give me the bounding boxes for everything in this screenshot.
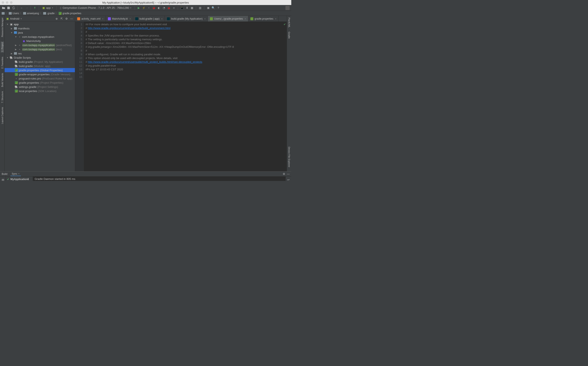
tree-main-activity[interactable]: ◉MainActivity [5,39,75,43]
build-sync-tab[interactable]: Sync × [10,172,21,176]
run-config-dropdown[interactable]: ▣ app ▾ [41,6,54,10]
sync-icon[interactable] [12,6,15,10]
minimize-window[interactable] [6,1,8,4]
code-content[interactable]: ## For more details on how to configure … [84,22,287,171]
collapse-icon[interactable]: ⇱ [60,17,63,20]
rail-device-file-explorer[interactable]: Device File Explorer [288,147,290,167]
target-icon[interactable]: ⊕ [55,17,58,20]
tree-gradle-scripts[interactable]: ▼🐘Gradle Scripts [5,55,75,60]
filter-icon[interactable]: ▤ [2,178,4,181]
crumb-users[interactable]: Users [9,12,19,15]
tree-res[interactable]: ▶res [5,51,75,55]
tree-pkg-main[interactable]: ▼▫com.toolapp.myapplication [5,35,75,39]
editor-tab[interactable]: activity_main.xml× [75,16,106,22]
tree-gradle-wrapper[interactable]: gradle-wrapper.properties(Gradle Version… [5,72,75,76]
tree-settings-gradle[interactable]: 🐘settings.gradle(Project Settings) [5,85,75,89]
sdk-icon[interactable]: ⬇ [185,6,189,10]
stop-icon[interactable]: ■ [172,6,176,10]
expand-arrow[interactable]: ▶ [15,44,17,46]
expand-arrow[interactable]: ▶ [15,48,17,51]
expand-arrow[interactable]: ▼ [10,31,13,34]
close-icon[interactable]: × [245,17,246,20]
project-mode-dropdown[interactable]: ▣ Android ▾ [6,17,55,20]
close-icon[interactable]: × [129,17,131,20]
help-icon[interactable]: ? [216,6,220,10]
tree-hint: (Gradle Version) [51,73,70,76]
expand-arrow[interactable]: ▼ [6,23,9,25]
rail-gradle[interactable]: Gradle [288,32,290,38]
crumb-home[interactable] [2,12,5,15]
forward-icon[interactable]: → [25,6,29,10]
editor-tab[interactable]: Users/.../gradle.properties× [208,16,248,22]
expand-arrow[interactable]: ▼ [6,57,9,59]
folder-icon [43,12,46,15]
attach-icon[interactable]: 🐞 [167,6,171,10]
build-output[interactable]: Gradle Daemon started in 805 ms CONFIGUR… [33,176,286,181]
tree-build-gradle-project[interactable]: 🐘build.gradle(Project: My Application) [5,60,75,64]
device-dropdown[interactable]: ▯ Genymotion Custom Phone - 7.1.0 - API … [59,6,133,10]
structure-icon[interactable]: ▥ [198,6,202,10]
hide-icon[interactable]: — [70,17,73,20]
project-tree[interactable]: ▼▣app ▶manifests ▼java ▼▫com.toolapp.mya… [5,22,75,171]
rail-structure[interactable]: 7: Structure [1,91,4,103]
gear-icon[interactable]: ⚙ [283,172,285,175]
sync-gradle-icon[interactable] [33,6,37,10]
expand-arrow[interactable]: ▼ [15,36,17,38]
editor-tab[interactable]: build.gradle (:app)× [133,16,165,22]
tree-pkg-androidtest[interactable]: ▶▫com.toolapp.myapplication(androidTest) [5,43,75,47]
rail-favorites[interactable]: 2: Favorites [1,57,4,69]
code-editor[interactable]: 123456789101112131415 ## For more detail… [75,22,287,171]
gear-icon[interactable]: ⚙ [65,17,68,20]
hide-icon[interactable]: — [287,172,290,175]
run-icon[interactable]: ▶ [137,6,141,10]
file-icon: ▫ [15,77,18,80]
close-icon[interactable]: × [275,17,276,20]
editor-tab[interactable]: gradle.properties× [248,16,279,22]
crumb-file[interactable]: gradle.properties [59,12,81,15]
coverage-icon[interactable]: ◐ [157,6,161,10]
rail-project[interactable]: 1: Project [1,41,4,53]
close-icon[interactable]: × [102,17,103,20]
avd-icon[interactable]: 📱 [180,6,184,10]
soft-wrap-icon[interactable]: ↩ [287,178,290,181]
back-icon[interactable]: ← [20,6,23,10]
rail-resource-manager[interactable]: Resource Manager [1,17,4,37]
check-icon: ✔ [7,178,9,181]
close-window[interactable] [2,1,4,4]
rail-layout-captures[interactable]: Layout Captures [1,107,4,124]
tree-local-properties[interactable]: local.properties(SDK Location) [5,89,75,93]
expand-arrow[interactable]: ▶ [10,52,13,55]
editor-tab[interactable]: MainActivity.kt× [106,16,133,22]
apply-code-icon[interactable]: ≡ [147,6,151,10]
avatar[interactable] [286,6,290,10]
crumb-gradle[interactable]: .gradle [43,12,55,15]
tree-java[interactable]: ▼java [5,30,75,35]
debug-icon[interactable]: 🐞 [152,6,156,10]
tree-gradle-properties-project[interactable]: gradle.properties(Project Properties) [5,81,75,85]
close-icon[interactable]: × [204,17,205,20]
rail-build-variants[interactable]: Build Variants [1,73,4,87]
profile-icon[interactable]: ◔ [162,6,166,10]
editor-tab[interactable]: build.gradle (My Application)× [165,16,208,22]
crumb-anweiyang[interactable]: anweiyang [23,12,39,15]
apply-changes-icon[interactable]: ⚡ [142,6,146,10]
build-tree-item[interactable]: ✔ MyApplication6 [7,177,32,181]
gradle-icon: 🐘 [15,64,18,68]
zoom-window[interactable] [10,1,13,4]
tree-gradle-properties-global[interactable]: gradle.properties(Global Properties) [5,68,75,72]
layout-inspector-icon[interactable]: ▦ [190,6,194,10]
close-icon[interactable]: × [18,172,20,175]
expand-arrow[interactable]: ▶ [10,27,13,30]
build-tree[interactable]: ✔ MyApplication6 [6,176,33,181]
tree-manifests[interactable]: ▶manifests [5,26,75,30]
search-icon[interactable]: 🔍 [211,6,215,10]
tree-proguard[interactable]: ▫proguard-rules.pro(ProGuard Rules for a… [5,76,75,81]
save-icon[interactable] [7,6,10,10]
screenshot-icon[interactable]: ▣ [206,6,210,10]
rail-plantuml[interactable]: PlantUML [288,17,290,28]
tree-pkg-test[interactable]: ▶▫com.toolapp.myapplication(test) [5,47,75,51]
tree-build-gradle-module[interactable]: 🐘build.gradle(Module: app) [5,64,75,68]
tree-app[interactable]: ▼▣app [5,22,75,26]
open-icon[interactable] [2,6,5,10]
close-icon[interactable]: × [161,17,163,20]
